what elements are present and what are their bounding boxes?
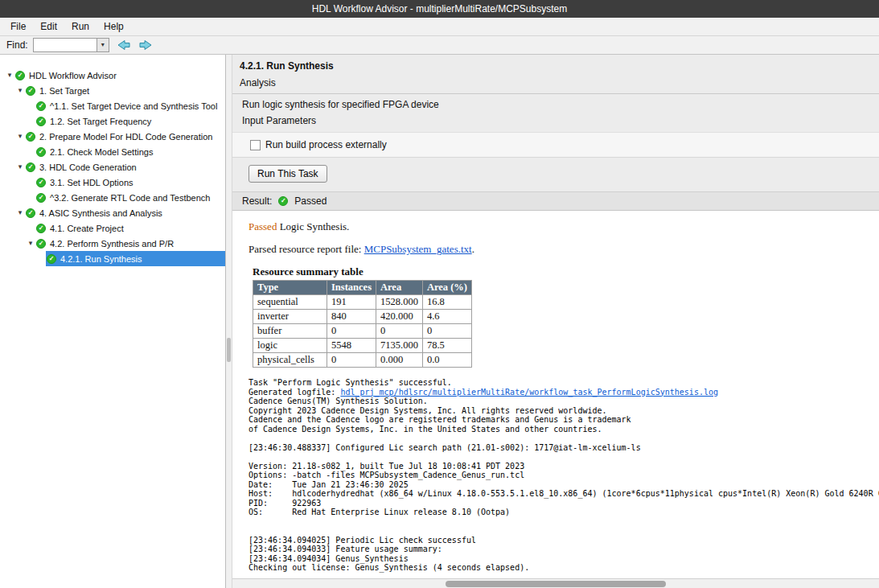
menu-run[interactable]: Run xyxy=(64,18,97,35)
tree-item[interactable]: ▾✓HDL Workflow Advisor xyxy=(0,68,225,83)
log-line: Cadence Genus(TM) Synthesis Solution. xyxy=(249,397,879,406)
menu-file[interactable]: File xyxy=(3,18,33,35)
passed-check-icon: ✓ xyxy=(26,208,35,218)
tree-item-row[interactable]: ✓1. Set Target xyxy=(25,83,225,98)
tree-item-label: ^1.1. Set Target Device and Synthesis To… xyxy=(50,101,217,111)
tree-item-row[interactable]: ✓2.1. Check Model Settings xyxy=(35,144,225,159)
tree-item[interactable]: ✓^1.1. Set Target Device and Synthesis T… xyxy=(0,98,225,113)
passed-check-icon: ✓ xyxy=(15,71,25,80)
tree-item-label: 1.2. Set Target Frequency xyxy=(50,117,151,126)
passed-check-icon: ✓ xyxy=(36,193,46,203)
log-line: [23:46:34.094033] Feature usage summary: xyxy=(249,545,879,554)
input-parameters-label: Input Parameters xyxy=(242,115,869,126)
resource-table-cell: sequential xyxy=(253,295,327,310)
menu-help[interactable]: Help xyxy=(97,18,131,35)
tree-item-label: HDL Workflow Advisor xyxy=(29,71,117,80)
find-previous-icon[interactable] xyxy=(117,39,131,51)
report-passed-line: Passed Logic Synthesis. xyxy=(249,220,879,233)
workflow-tree: ▾✓HDL Workflow Advisor▾✓1. Set Target✓^1… xyxy=(0,55,226,588)
passed-check-icon: ✓ xyxy=(36,147,46,157)
run-externally-checkbox[interactable] xyxy=(250,140,261,150)
find-dropdown-button[interactable]: ▾ xyxy=(97,38,109,52)
resource-table-cell: 0.0 xyxy=(422,353,471,368)
task-description-block: Run logic synthesis for specified FPGA d… xyxy=(232,94,879,132)
splitter-grip-icon[interactable] xyxy=(227,338,231,362)
tree-expander-icon[interactable]: ▾ xyxy=(26,236,35,251)
tree-item-label: 4. ASIC Synthesis and Analysis xyxy=(39,208,162,218)
tree-item-row[interactable]: ✓4.1. Create Project xyxy=(35,220,225,236)
tree-item-row[interactable]: ✓3.1. Set HDL Options xyxy=(35,175,225,190)
tree-item-label: 1. Set Target xyxy=(39,86,89,96)
parsed-report-prefix: Parsed resource report file: xyxy=(249,243,364,255)
tree-item-row[interactable]: ✓1.2. Set Target Frequency xyxy=(35,113,225,129)
tree-item-label: ^3.2. Generate RTL Code and Testbench xyxy=(50,193,210,203)
task-section-label: Analysis xyxy=(240,77,872,88)
tree-item[interactable]: ▾✓4.2. Perform Synthesis and P/R xyxy=(0,236,225,251)
parsed-report-suffix: . xyxy=(472,243,474,255)
resource-table-header: Area (%) xyxy=(422,281,471,295)
log-line: Cadence and the Cadence logo are registe… xyxy=(249,415,879,425)
passed-check-icon: ✓ xyxy=(36,224,46,233)
tree-expander-icon[interactable]: ▾ xyxy=(15,129,25,144)
tree-indent xyxy=(0,159,15,175)
log-line: Date: Tue Jan 21 23:46:30 2025 xyxy=(249,480,879,490)
window-title: HDL Workflow Advisor - multiplierMultiRa… xyxy=(0,0,879,18)
run-this-task-button[interactable]: Run This Task xyxy=(249,165,327,183)
tree-item[interactable]: ✓4.1. Create Project xyxy=(0,220,225,236)
tree-item[interactable]: ✓3.1. Set HDL Options xyxy=(0,175,225,190)
task-description: Run logic synthesis for specified FPGA d… xyxy=(242,99,869,110)
tree-item[interactable]: ▾✓3. HDL Code Generation xyxy=(0,159,225,175)
resource-table-cell: 840 xyxy=(327,310,376,324)
logfile-link[interactable]: hdl_prj_mcp/hdlsrc/multiplierMultiRate/w… xyxy=(340,388,718,397)
resource-table-caption: Resource summary table xyxy=(253,265,879,278)
tree-item-row[interactable]: ✓^3.2. Generate RTL Code and Testbench xyxy=(35,190,225,205)
report-parsed-line: Parsed resource report file: MCPSubsyste… xyxy=(249,243,879,256)
tree-expander-icon[interactable]: ▾ xyxy=(15,205,25,220)
tree-item[interactable]: ✓2.1. Check Model Settings xyxy=(0,144,225,159)
resource-table-cell: physical_cells xyxy=(253,353,327,368)
passed-check-icon: ✓ xyxy=(36,239,46,249)
tree-expander-icon[interactable]: ▾ xyxy=(15,83,25,98)
tree-item[interactable]: ▾✓4. ASIC Synthesis and Analysis xyxy=(0,205,225,220)
resource-table-cell: 0 xyxy=(422,324,471,339)
tree-expander-icon[interactable]: ▾ xyxy=(5,68,14,83)
tree-item-row[interactable]: ✓4.2. Perform Synthesis and P/R xyxy=(35,236,225,251)
find-input[interactable] xyxy=(33,38,97,52)
find-next-icon[interactable] xyxy=(138,39,153,51)
find-combobox: ▾ xyxy=(33,38,109,52)
tree-item-row[interactable]: ✓HDL Workflow Advisor xyxy=(14,68,225,83)
log-line: of Cadence Design Systems, Inc. in the U… xyxy=(249,425,879,434)
horizontal-scrollbar[interactable] xyxy=(232,578,879,588)
log-line: [23:46:34.094025] Periodic Lic check suc… xyxy=(249,536,879,545)
horizontal-scrollbar-thumb[interactable] xyxy=(446,581,665,587)
log-line: [23:46:30.488337] Configured Lic search … xyxy=(249,443,879,453)
log-logfile-line: Generated logfile: hdl_prj_mcp/hdlsrc/mu… xyxy=(249,388,879,397)
tree-item-selected[interactable]: ✓4.2.1. Run Synthesis xyxy=(46,251,225,266)
tree-expander-icon[interactable]: ▾ xyxy=(15,159,25,175)
tree-item[interactable]: ✓4.2.1. Run Synthesis xyxy=(0,251,225,266)
find-toolbar: Find: ▾ xyxy=(0,36,879,55)
tree-indent xyxy=(0,144,26,159)
synthesis-log: Task "Perform Logic Synthesis" successfu… xyxy=(249,378,879,578)
task-title: 4.2.1. Run Synthesis xyxy=(240,60,872,72)
tree-item-row[interactable]: ✓2. Prepare Model For HDL Code Generatio… xyxy=(25,129,225,144)
main-split: ▾✓HDL Workflow Advisor▾✓1. Set Target✓^1… xyxy=(0,55,879,588)
resource-table-cell: 420.000 xyxy=(376,310,423,324)
tree-indent xyxy=(0,236,26,251)
log-line xyxy=(249,573,879,579)
tree-item[interactable]: ▾✓2. Prepare Model For HDL Code Generati… xyxy=(0,129,225,144)
tree-item[interactable]: ✓^3.2. Generate RTL Code and Testbench xyxy=(0,190,225,205)
tree-item-row[interactable]: ✓^1.1. Set Target Device and Synthesis T… xyxy=(35,98,225,113)
resource-table-row: inverter840420.0004.6 xyxy=(253,310,472,324)
log-line: Checking out license: Genus_Synthesis (4… xyxy=(249,563,879,573)
find-label: Find: xyxy=(6,39,28,51)
menu-edit[interactable]: Edit xyxy=(33,18,64,35)
tree-item[interactable]: ▾✓1. Set Target xyxy=(0,83,225,98)
tree-item-row[interactable]: ✓3. HDL Code Generation xyxy=(25,159,225,175)
resource-table-cell: 5548 xyxy=(327,339,376,353)
panel-splitter[interactable] xyxy=(226,55,232,588)
gates-report-link[interactable]: MCPSubsystem_gates.txt xyxy=(364,243,472,255)
tree-item-row[interactable]: ✓4. ASIC Synthesis and Analysis xyxy=(25,205,225,220)
log-line xyxy=(249,526,879,536)
tree-item[interactable]: ✓1.2. Set Target Frequency xyxy=(0,113,225,129)
